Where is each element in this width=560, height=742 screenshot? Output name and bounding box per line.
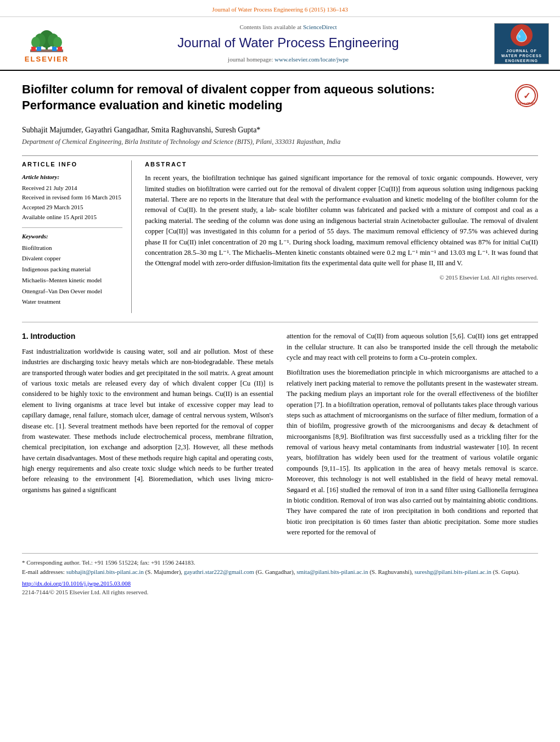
footnote-section: * Corresponding author. Tel.: +91 1596 5… — [22, 553, 538, 596]
journal-title: Journal of Water Process Engineering — [93, 34, 483, 52]
available-date: Available online 15 April 2015 — [22, 213, 122, 222]
rights-line: 2214-7144/© 2015 Elsevier Ltd. All right… — [22, 588, 538, 596]
svg-text:✓: ✓ — [523, 91, 530, 101]
journal-top-bar: Journal of Water Process Engineering 6 (… — [0, 0, 560, 17]
email1-name: (S. Majumder), — [145, 568, 183, 575]
journal-logo-circle — [511, 24, 533, 46]
keyword-1: Biofiltration — [22, 243, 122, 254]
svg-point-5 — [53, 37, 62, 48]
intro-left-col: 1. Introduction Fast industrialization w… — [22, 331, 273, 542]
intro-right-col: attention for the removal of Cu(II) from… — [287, 331, 538, 542]
intro-col2-text2: Biofiltration uses the bioremediation pr… — [287, 367, 538, 538]
article-history-group: Article history: Received 21 July 2014 R… — [22, 173, 122, 222]
received-revised-date: Received in revised form 16 March 2015 — [22, 193, 122, 203]
journal-logo-box: JOURNAL OF WATER PROCESS ENGINEERING — [494, 23, 549, 64]
email3-link[interactable]: smita@pilani.bits-pilani.ac.in — [296, 568, 368, 575]
intro-col2-text1: attention for the removal of Cu(II) from… — [287, 331, 538, 363]
keywords-list: Biofiltration Divalent copper Indigenous… — [22, 243, 122, 308]
email-label: E-mail addresses: — [22, 568, 65, 575]
keyword-2: Divalent copper — [22, 253, 122, 264]
article-info-panel: ARTICLE INFO Article history: Received 2… — [22, 160, 132, 313]
copyright-line: © 2015 Elsevier Ltd. All rights reserved… — [145, 274, 538, 282]
contents-line: Contents lists available at ScienceDirec… — [93, 23, 483, 31]
elsevier-tree-icon — [25, 23, 69, 53]
abstract-section: ABSTRACT In recent years, the biofiltrat… — [145, 160, 538, 313]
article-authors: Subhajit Majumder, Gayathri Gangadhar, S… — [22, 125, 538, 136]
homepage-link[interactable]: www.elsevier.com/locate/jwpe — [275, 56, 349, 63]
keywords-group: Keywords: Biofiltration Divalent copper … — [22, 232, 122, 308]
keyword-5: Ottengraf–Van Den Oever model — [22, 286, 122, 297]
keyword-3: Indigenous packing material — [22, 264, 122, 275]
section-divider — [22, 322, 538, 322]
doi-link[interactable]: http://dx.doi.org/10.1016/j.jwpe.2015.03… — [22, 580, 131, 587]
keywords-title: Keywords: — [22, 232, 122, 241]
footnote-star: * Corresponding author. Tel.: +91 1596 5… — [22, 558, 538, 567]
intro-col1-text1: Fast industrialization worldwide is caus… — [22, 347, 273, 495]
svg-text:CrossMark: CrossMark — [518, 102, 535, 105]
elsevier-logo: ELSEVIER — [11, 23, 82, 64]
email2-link[interactable]: gayathri.star222@gmail.com — [184, 568, 254, 575]
header-center: Contents lists available at ScienceDirec… — [82, 23, 494, 64]
intro-heading: 1. Introduction — [22, 331, 273, 342]
email2-name: (G. Gangadhar), — [256, 568, 295, 575]
journal-issue-link[interactable]: Journal of Water Process Engineering 6 (… — [212, 6, 348, 13]
header-main: ELSEVIER Contents lists available at Sci… — [0, 17, 560, 71]
article-info-abstract-section: ARTICLE INFO Article history: Received 2… — [22, 155, 538, 313]
crossmark-icon: ✓ CrossMark — [517, 86, 536, 105]
article-affiliation: Department of Chemical Engineering, Birl… — [22, 137, 538, 147]
email4-link[interactable]: sureshg@pilani.bits-pilani.ac.in — [415, 568, 491, 575]
doi-line[interactable]: http://dx.doi.org/10.1016/j.jwpe.2015.03… — [22, 579, 538, 588]
svg-rect-7 — [31, 47, 36, 51]
water-drop-icon — [514, 27, 529, 43]
svg-rect-9 — [52, 47, 57, 51]
footnote-emails: E-mail addresses: subhajit@pilani.bits-p… — [22, 567, 538, 577]
article-title: Biofilter column for removal of divalent… — [22, 82, 450, 113]
email4-name: (S. Gupta). — [493, 568, 520, 575]
introduction-section: 1. Introduction Fast industrialization w… — [22, 331, 538, 542]
svg-rect-10 — [58, 47, 62, 51]
svg-point-4 — [31, 37, 40, 48]
article-body: Biofilter column for removal of divalent… — [0, 71, 560, 607]
received-date: Received 21 July 2014 — [22, 183, 122, 193]
abstract-text: In recent years, the biofiltration techn… — [145, 173, 538, 269]
sciencedirect-link[interactable]: ScienceDirect — [303, 24, 337, 30]
keyword-6: Water treatment — [22, 297, 122, 308]
accepted-date: Accepted 29 March 2015 — [22, 203, 122, 213]
svg-rect-8 — [37, 47, 41, 51]
article-info-label: ARTICLE INFO — [22, 160, 122, 169]
email1-link[interactable]: subhajit@pilani.bits-pilani.ac.in — [66, 568, 144, 575]
elsevier-wordmark: ELSEVIER — [25, 54, 69, 64]
article-dates: Received 21 July 2014 Received in revise… — [22, 183, 122, 222]
abstract-label: ABSTRACT — [145, 160, 538, 169]
homepage-line: journal homepage: www.elsevier.com/locat… — [93, 55, 483, 64]
crossmark-badge[interactable]: ✓ CrossMark — [515, 84, 538, 107]
keyword-4: Michaelis–Menten kinetic model — [22, 275, 122, 286]
journal-logo-text: JOURNAL OF WATER PROCESS ENGINEERING — [501, 48, 542, 63]
article-history-title: Article history: — [22, 173, 122, 181]
email3-name: (S. Raghuvanshi), — [369, 568, 413, 575]
page: Journal of Water Process Engineering 6 (… — [0, 0, 560, 742]
